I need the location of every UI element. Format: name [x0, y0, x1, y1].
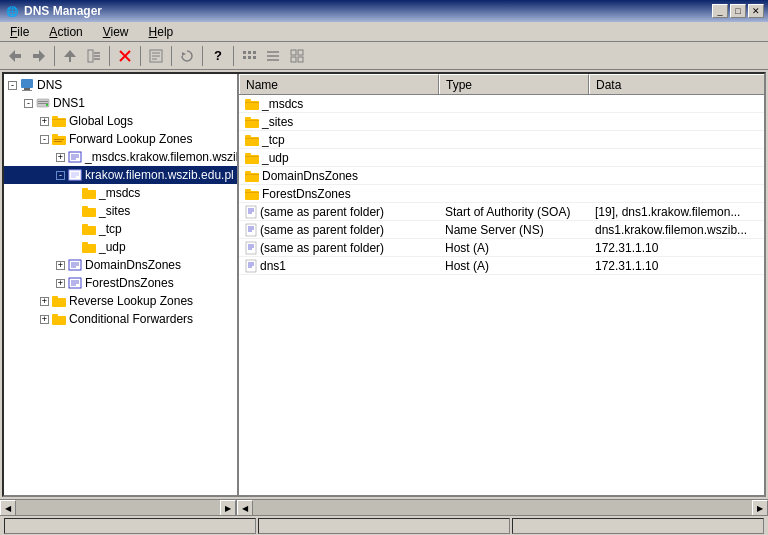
- tree-item-tcp[interactable]: _tcp: [4, 220, 237, 238]
- list-item-forestdns[interactable]: ForestDnsZones: [239, 185, 764, 203]
- tree-item-krakow-zone[interactable]: - krakow.filemon.wszib.edu.pl: [4, 166, 237, 184]
- cell-data-sites: [589, 113, 764, 131]
- expander-dns[interactable]: -: [8, 81, 17, 90]
- delete-button[interactable]: [114, 45, 136, 67]
- expander-forestdns[interactable]: +: [56, 279, 65, 288]
- list-panel: Name Type Data Timestamp _msdcs _sites: [239, 74, 764, 495]
- cell-type-host1: Host (A): [439, 239, 589, 257]
- expander-conditional[interactable]: +: [40, 315, 49, 324]
- svg-rect-78: [245, 138, 259, 139]
- help-button[interactable]: ?: [207, 45, 229, 67]
- tree-label-sites: _sites: [99, 204, 130, 218]
- folder-icon-tcp: [245, 134, 259, 146]
- cell-type-soa: Start of Authority (SOA): [439, 203, 589, 221]
- cell-name-ns: (same as parent folder): [239, 221, 439, 239]
- cell-data-msdcs: [589, 95, 764, 113]
- expander-msdcs-krakow[interactable]: +: [56, 153, 65, 162]
- tree-item-msdcs-krakow[interactable]: + _msdcs.krakow.filemon.wszib.e: [4, 148, 237, 166]
- menu-help[interactable]: Help: [143, 23, 180, 41]
- svg-rect-37: [52, 119, 66, 120]
- menu-view[interactable]: View: [97, 23, 135, 41]
- svg-rect-53: [82, 206, 88, 209]
- expander-forward[interactable]: -: [40, 135, 49, 144]
- close-button[interactable]: ✕: [748, 4, 764, 18]
- scroll-left-button[interactable]: ◀: [0, 500, 16, 516]
- export-button[interactable]: [145, 45, 167, 67]
- expander-dns1[interactable]: -: [24, 99, 33, 108]
- svg-rect-80: [245, 153, 251, 156]
- large-icon-button[interactable]: [286, 45, 308, 67]
- cell-data-tcp: [589, 131, 764, 149]
- svg-rect-19: [248, 56, 251, 59]
- expander-reverse[interactable]: +: [40, 297, 49, 306]
- tree-label-msdcs: _msdcs: [99, 186, 140, 200]
- tree-item-global-logs[interactable]: + Global Logs: [4, 112, 237, 130]
- svg-rect-71: [245, 99, 251, 102]
- expander-domaindns[interactable]: +: [56, 261, 65, 270]
- list-item-ns[interactable]: (same as parent folder) Name Server (NS)…: [239, 221, 764, 239]
- svg-rect-72: [245, 102, 259, 103]
- tree-item-forward-lookup[interactable]: - Forward Lookup Zones: [4, 130, 237, 148]
- list-item-msdcs[interactable]: _msdcs: [239, 95, 764, 113]
- svg-rect-100: [246, 260, 256, 272]
- list-item-soa[interactable]: (same as parent folder) Start of Authori…: [239, 203, 764, 221]
- minimize-button[interactable]: _: [712, 4, 728, 18]
- forward-button[interactable]: [28, 45, 50, 67]
- svg-rect-86: [245, 189, 251, 192]
- up-button[interactable]: [59, 45, 81, 67]
- list-item-dns1-record[interactable]: dns1 Host (A) 172.31.1.10 2/12/2010 4:00: [239, 257, 764, 275]
- cell-name-forestdns: ForestDnsZones: [239, 185, 439, 203]
- svg-rect-87: [245, 192, 259, 193]
- tree-icon-msdcs-krakow: [67, 149, 83, 165]
- cell-data-forestdns: [589, 185, 764, 203]
- tree-item-dns-root[interactable]: - DNS: [4, 76, 237, 94]
- tree-item-msdcs[interactable]: _msdcs: [4, 184, 237, 202]
- refresh-button[interactable]: [176, 45, 198, 67]
- col-header-type[interactable]: Type: [439, 74, 589, 94]
- svg-rect-56: [82, 244, 96, 253]
- cell-type-sites: [439, 113, 589, 131]
- detail-view-button[interactable]: [262, 45, 284, 67]
- tree-item-reverse-lookup[interactable]: + Reverse Lookup Zones: [4, 292, 237, 310]
- app-icon: 🌐: [4, 3, 20, 19]
- scroll-left-track[interactable]: [16, 500, 220, 515]
- scroll-right-button[interactable]: ▶: [220, 500, 236, 516]
- list-item-domaindns[interactable]: DomainDnsZones: [239, 167, 764, 185]
- tree-item-udp[interactable]: _udp: [4, 238, 237, 256]
- scroll-left-panel: ◀ ▶: [0, 500, 237, 515]
- tree-item-sites[interactable]: _sites: [4, 202, 237, 220]
- expander-global-logs[interactable]: +: [40, 117, 49, 126]
- list-item-sites[interactable]: _sites: [239, 113, 764, 131]
- list-item-tcp[interactable]: _tcp: [239, 131, 764, 149]
- tree-item-conditional[interactable]: + Conditional Forwarders: [4, 310, 237, 328]
- expander-krakow[interactable]: -: [56, 171, 65, 180]
- svg-rect-32: [38, 101, 48, 102]
- list-item-udp[interactable]: _udp: [239, 149, 764, 167]
- content-area: - DNS -: [2, 72, 766, 497]
- back-button[interactable]: [4, 45, 26, 67]
- svg-rect-88: [246, 206, 256, 218]
- maximize-button[interactable]: □: [730, 4, 746, 18]
- tree-button[interactable]: [83, 45, 105, 67]
- tree-label-udp: _udp: [99, 240, 126, 254]
- toolbar-sep-4: [171, 46, 172, 66]
- svg-rect-69: [52, 314, 58, 317]
- svg-rect-29: [24, 88, 30, 90]
- menu-file[interactable]: File: [4, 23, 35, 41]
- tree-item-dns1[interactable]: - DNS1: [4, 94, 237, 112]
- scroll-right-track[interactable]: [253, 500, 752, 515]
- col-header-name[interactable]: Name: [239, 74, 439, 94]
- scroll-left-button-2[interactable]: ◀: [237, 500, 253, 516]
- list-item-host1[interactable]: (same as parent folder) Host (A) 172.31.…: [239, 239, 764, 257]
- status-section-3: [512, 518, 764, 534]
- tree-icon-udp: [81, 239, 97, 255]
- list-view-button[interactable]: [238, 45, 260, 67]
- title-bar: 🌐 DNS Manager _ □ ✕: [0, 0, 768, 22]
- tree-item-domaindns[interactable]: + DomainDnsZones: [4, 256, 237, 274]
- menu-action[interactable]: Action: [43, 23, 88, 41]
- tree-item-forestdns[interactable]: + ForestDnsZones: [4, 274, 237, 292]
- col-header-data[interactable]: Data: [589, 74, 764, 94]
- svg-marker-1: [33, 50, 45, 62]
- scroll-right-button-2[interactable]: ▶: [752, 500, 768, 516]
- tree-label-domaindns: DomainDnsZones: [85, 258, 181, 272]
